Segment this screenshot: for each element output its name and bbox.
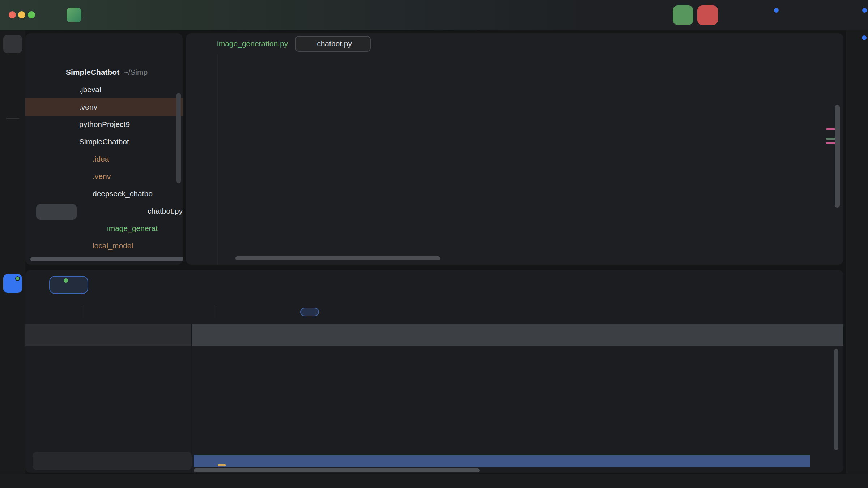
- frames-variables-divider[interactable]: [191, 324, 192, 473]
- debugger-view-tabs: [300, 308, 346, 316]
- add-watch-icon[interactable]: [809, 330, 819, 340]
- stripe-button-commit[interactable]: [3, 63, 22, 82]
- stripe-button-python-packages[interactable]: [3, 332, 22, 351]
- indent-style[interactable]: [802, 477, 814, 485]
- code-with-me-icon[interactable]: [794, 9, 806, 21]
- more-icon[interactable]: [267, 306, 278, 318]
- more-actions-icon[interactable]: [728, 9, 740, 21]
- tab-threads-variables[interactable]: [300, 308, 319, 316]
- stripe-button-ai-chat[interactable]: [848, 63, 867, 82]
- evaluate-expression-input[interactable]: [191, 324, 843, 346]
- tree-item--venv[interactable]: .venv: [25, 168, 183, 185]
- mute-breakpoints-icon[interactable]: [247, 306, 258, 318]
- stripe-button-git-branch[interactable]: [3, 447, 22, 466]
- stripe-button-services[interactable]: [3, 361, 22, 380]
- tree-item-simplechatbot[interactable]: SimpleChatbot~/Simp: [25, 64, 183, 81]
- window-minimize-button[interactable]: [18, 11, 25, 18]
- stripe-button-project-folder[interactable]: [3, 35, 22, 53]
- next-problem-icon[interactable]: [792, 66, 800, 74]
- tree-item-deepseek-chatbo[interactable]: deepseek_chatbo: [25, 185, 183, 202]
- collapsed-arrow-icon[interactable]: [53, 103, 65, 111]
- variables-horizontal-scrollbar[interactable]: [194, 468, 480, 472]
- search-everywhere-icon[interactable]: [824, 9, 835, 21]
- stripe-button-python-console[interactable]: [3, 303, 22, 321]
- chevron-down-icon[interactable]: [826, 331, 835, 339]
- editor-horizontal-scrollbar[interactable]: [235, 256, 440, 260]
- expanded-arrow-icon[interactable]: [67, 190, 79, 197]
- rerun-debug-button[interactable]: [673, 5, 693, 25]
- rerun-icon[interactable]: [40, 306, 51, 318]
- expanded-arrow-icon[interactable]: [53, 138, 65, 145]
- variables-vertical-scrollbar[interactable]: [834, 349, 838, 450]
- tree-item-pythonproject9[interactable]: pythonProject9: [25, 116, 183, 133]
- project-horizontal-scrollbar[interactable]: [30, 257, 183, 261]
- selected-variable-row[interactable]: [194, 455, 810, 467]
- tree-item--idea[interactable]: .idea: [25, 150, 183, 168]
- view-breakpoints-icon[interactable]: [226, 306, 238, 318]
- expanded-arrow-icon[interactable]: [40, 69, 52, 76]
- stripe-button-debugger[interactable]: [3, 274, 22, 293]
- inspections-widget[interactable]: [742, 64, 800, 76]
- stripe-button-structure[interactable]: [3, 130, 22, 149]
- python-file-icon: [203, 39, 213, 49]
- expanded-arrow-icon[interactable]: [67, 242, 79, 249]
- step-over-icon[interactable]: [133, 306, 145, 318]
- pause-icon[interactable]: [113, 306, 124, 318]
- stripe-button-terminal[interactable]: [3, 390, 22, 408]
- stripe-button-run[interactable]: [3, 245, 22, 264]
- project-vertical-scrollbar[interactable]: [176, 93, 181, 183]
- close-icon[interactable]: [74, 281, 81, 288]
- close-icon[interactable]: [356, 40, 363, 47]
- collapsed-arrow-icon[interactable]: [53, 121, 65, 128]
- stripe-button-ai-agent[interactable]: [848, 120, 867, 138]
- python-file-icon: [56, 280, 67, 290]
- layout-settings-icon[interactable]: [820, 306, 830, 317]
- run-button[interactable]: [654, 9, 665, 21]
- settings-gear-icon[interactable]: [852, 9, 864, 21]
- stop-button[interactable]: [697, 5, 718, 25]
- project-icon[interactable]: [67, 8, 81, 22]
- tab-console[interactable]: [328, 308, 346, 316]
- tree-item-local-model[interactable]: local_model: [25, 237, 183, 254]
- stripe-button-database[interactable]: [848, 93, 867, 111]
- tree-item-image-generat[interactable]: image_generat: [25, 220, 183, 237]
- close-icon[interactable]: [180, 458, 187, 464]
- stripe-button-huggingface[interactable]: [3, 217, 22, 235]
- thread-selector[interactable]: [25, 324, 191, 346]
- vcs-branch-widget[interactable]: [185, 0, 210, 30]
- editor-vertical-scrollbar[interactable]: [835, 105, 840, 208]
- tree-item--venv[interactable]: .venv: [25, 98, 183, 116]
- collapsed-arrow-icon[interactable]: [67, 173, 79, 180]
- editor-tab-image-generation-py[interactable]: image_generation.py: [196, 36, 295, 52]
- lock-widget[interactable]: [843, 477, 852, 485]
- tree-item-chatbot-py[interactable]: chatbot.py: [25, 202, 183, 220]
- editor-tab-chatbot-py[interactable]: chatbot.py: [295, 36, 371, 52]
- step-out-icon[interactable]: [194, 306, 205, 318]
- collapsed-arrow-icon[interactable]: [53, 86, 65, 93]
- run-configuration-selector[interactable]: [573, 0, 583, 30]
- collapsed-arrow-icon[interactable]: [67, 155, 79, 163]
- window-close-button[interactable]: [9, 11, 16, 18]
- ai-assistant-icon[interactable]: [764, 9, 775, 21]
- editor-tab-options-icon[interactable]: [825, 39, 834, 48]
- tree-item--jbeval[interactable]: .jbeval: [25, 81, 183, 98]
- stripe-button-pull-request[interactable]: [3, 93, 22, 111]
- stripe-button-more-h[interactable]: [3, 157, 22, 175]
- debug-options-icon[interactable]: [799, 280, 809, 290]
- stripe-button-problems[interactable]: [3, 418, 22, 437]
- debug-session-tab[interactable]: [49, 276, 88, 294]
- resume-icon[interactable]: [93, 306, 104, 318]
- prev-problem-icon[interactable]: [778, 66, 786, 74]
- project-widget[interactable]: [86, 0, 97, 30]
- stripe-button-notifications-bell[interactable]: [848, 35, 867, 53]
- step-into-icon[interactable]: [153, 306, 165, 318]
- tree-item-simplechatbot[interactable]: SimpleChatbot: [25, 133, 183, 150]
- force-step-into-icon[interactable]: [174, 306, 185, 318]
- stop-icon: [702, 10, 713, 21]
- project-view-selector[interactable]: [25, 33, 183, 47]
- window-zoom-button[interactable]: [28, 11, 35, 18]
- stop-icon[interactable]: [60, 306, 72, 318]
- branch-icon: [185, 10, 195, 20]
- code-view[interactable]: [186, 54, 843, 265]
- hide-tool-window-icon[interactable]: [821, 280, 830, 290]
